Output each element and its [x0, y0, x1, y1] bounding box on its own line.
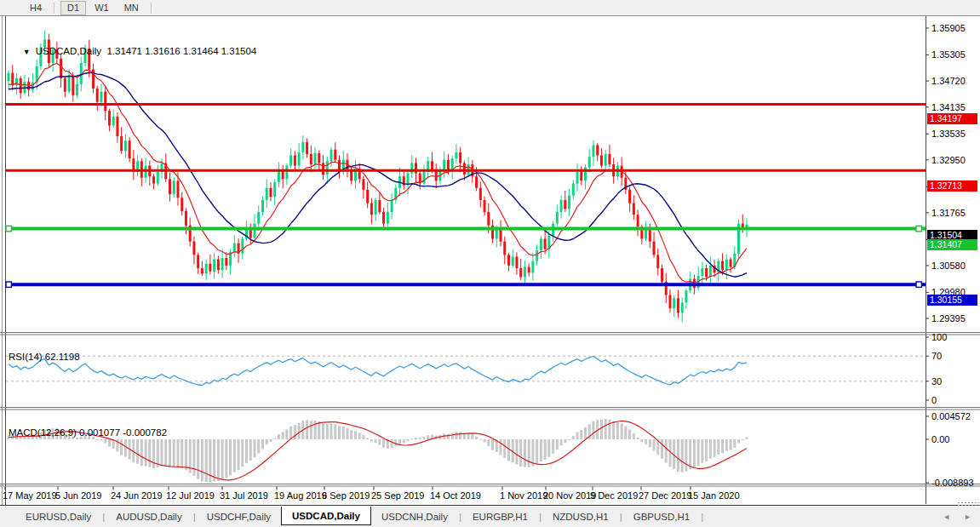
candle-body	[422, 172, 425, 184]
macd-bar	[612, 421, 615, 439]
tab-eurusd-daily[interactable]: EURUSD,Daily	[15, 507, 101, 527]
macd-bar	[491, 439, 494, 450]
tab-separator: |	[539, 507, 542, 527]
tab-gbpusd-h1[interactable]: GBPUSD,H1	[623, 507, 700, 527]
tab-scroll-left-icon[interactable]: ◄	[943, 513, 950, 521]
candle-body	[112, 117, 115, 125]
macd-bar	[677, 439, 679, 472]
macd-bar	[100, 439, 102, 440]
candle-body	[225, 258, 227, 266]
candle-body	[76, 84, 78, 95]
candle-body	[653, 242, 656, 255]
price-tick-label: 1.35305	[931, 49, 966, 60]
candle-body	[8, 73, 10, 81]
line-handle[interactable]	[6, 226, 11, 231]
chevron-down-icon[interactable]: ▼	[23, 48, 31, 56]
date-label: 5 Jun 2019	[55, 490, 101, 501]
tab-usdcnh-daily[interactable]: USDCNH,Daily	[371, 507, 458, 527]
macd-indicator-label: MACD(12,26,9) 0.001077 -0.000782	[9, 427, 167, 438]
rsi-indicator-label: RSI(14) 62.1198	[9, 352, 80, 362]
date-label: 19 Aug 2019	[274, 490, 327, 501]
candle-body	[209, 264, 211, 272]
candle-body	[350, 170, 352, 181]
date-label: 17 May 2019	[3, 490, 57, 501]
macd-bar	[410, 438, 413, 439]
macd-bar	[568, 439, 570, 440]
mt4-chart-screen: { "toolbar": { "buttons": [ {"label": "H…	[0, 0, 980, 527]
candle-body	[173, 180, 175, 194]
macd-bar	[229, 439, 232, 475]
chart-svg: 1.359051.353051.347201.341351.335351.329…	[0, 15, 980, 527]
candle-body	[334, 150, 336, 160]
tab-audusd-daily[interactable]: AUDUSD,Daily	[106, 507, 192, 527]
macd-bar	[640, 439, 643, 442]
macd-bar	[354, 431, 357, 439]
candle-body	[278, 170, 280, 182]
macd-bar	[407, 439, 410, 441]
macd-bar	[503, 439, 506, 458]
tab-scroll-right-icon[interactable]: ►	[964, 513, 971, 521]
macd-bar	[697, 439, 700, 466]
candle-body	[709, 266, 712, 278]
macd-bar	[257, 439, 260, 454]
tab-usdcad-daily[interactable]: USDCAD,Daily	[281, 507, 371, 525]
macd-bar	[233, 439, 236, 473]
macd-bar	[378, 439, 381, 445]
candle-body	[273, 182, 276, 197]
macd-bar	[459, 432, 461, 439]
candle-body	[576, 172, 579, 184]
macd-bar	[173, 439, 175, 467]
candle-body	[721, 261, 724, 270]
tab-eurgbp-h1[interactable]: EURGBP,H1	[462, 507, 538, 527]
macd-bar	[403, 439, 405, 443]
timeframe-button-d1[interactable]: D1	[60, 1, 86, 15]
macd-bar	[108, 439, 111, 447]
macd-bar	[419, 438, 421, 439]
macd-bar	[500, 439, 502, 455]
candle-body	[326, 161, 329, 175]
tab-usdchf-daily[interactable]: USDCHF,Daily	[197, 507, 281, 527]
macd-bar	[600, 420, 603, 439]
candle-body	[370, 203, 373, 215]
macd-bar	[624, 427, 627, 439]
candle-body	[531, 261, 534, 273]
date-label: 14 Oct 2019	[430, 490, 481, 501]
macd-bar	[705, 439, 708, 461]
macd-bar	[519, 439, 522, 467]
macd-bar	[608, 420, 610, 439]
macd-bar	[334, 424, 336, 439]
macd-bar	[241, 439, 244, 467]
macd-bar	[621, 423, 623, 439]
candle-body	[515, 256, 518, 268]
macd-bar	[346, 428, 348, 439]
macd-bar	[681, 439, 684, 473]
timeframe-button-w1[interactable]: W1	[88, 1, 116, 15]
candle-body	[600, 156, 603, 166]
line-handle[interactable]	[916, 282, 921, 287]
macd-bar	[685, 439, 687, 472]
macd-bar	[169, 439, 171, 467]
macd-bar	[592, 421, 594, 439]
symbol-tabbar: EURUSD,Daily|AUDUSD,Daily|USDCHF,DailyUS…	[0, 507, 980, 527]
macd-bar	[540, 439, 542, 461]
timeframe-button-mn[interactable]: MN	[117, 1, 146, 15]
chart-canvas[interactable]: 1.359051.353051.347201.341351.335351.329…	[0, 15, 980, 507]
toolbar-separator	[54, 3, 55, 14]
macd-bar	[717, 439, 719, 455]
tab-nzdusd-h1[interactable]: NZDUSD,H1	[542, 507, 619, 527]
macd-bar	[278, 434, 280, 439]
macd-bar	[455, 432, 457, 439]
candle-body	[289, 156, 292, 166]
tab-separator: |	[193, 507, 196, 527]
macd-bar	[136, 439, 139, 464]
macd-bar	[96, 439, 99, 440]
candle-body	[656, 255, 659, 268]
rsi-scale-label: 100	[931, 332, 947, 342]
candle-body	[11, 73, 14, 86]
timeframe-button-h4[interactable]: H4	[23, 1, 49, 15]
candle-body	[556, 212, 559, 224]
candle-body	[588, 157, 591, 168]
line-handle[interactable]	[916, 226, 921, 231]
macd-bar	[338, 426, 341, 439]
line-handle[interactable]	[6, 282, 11, 287]
